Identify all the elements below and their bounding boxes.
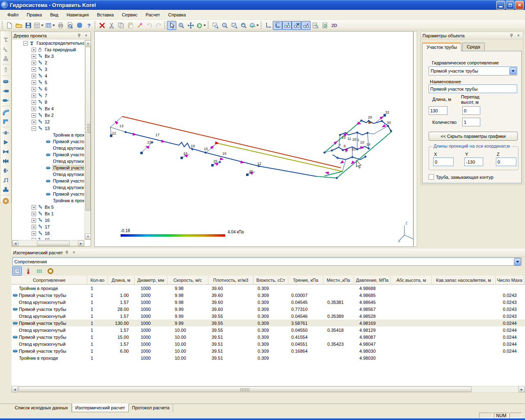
new-document-button[interactable] xyxy=(5,21,14,30)
rotate-view-button[interactable] xyxy=(195,21,207,30)
close-icon[interactable]: × xyxy=(71,250,77,256)
tree-item[interactable]: Тройник в проходе xyxy=(12,197,84,204)
tree-expander[interactable]: + xyxy=(32,48,36,52)
tree-item[interactable]: Прямой участок трубы xyxy=(12,178,84,184)
tree-item[interactable]: +5 xyxy=(12,79,84,86)
column-header[interactable]: Диаметр, мм xyxy=(135,276,167,284)
save-file-button[interactable] xyxy=(23,21,33,30)
menu-edit[interactable]: Правка xyxy=(23,11,46,19)
print-button[interactable] xyxy=(56,21,65,30)
elbow-button[interactable] xyxy=(1,116,11,126)
tree-item[interactable]: +8 xyxy=(12,99,84,105)
column-header[interactable]: Число Маха xyxy=(495,276,524,284)
ring-view-button[interactable] xyxy=(46,267,55,276)
flow-view-button[interactable] xyxy=(34,267,44,276)
open-file-button[interactable] xyxy=(14,21,23,30)
drop-field[interactable] xyxy=(462,106,480,115)
tree-expander[interactable]: + xyxy=(32,212,36,216)
redo-button[interactable] xyxy=(154,21,163,30)
tree-item[interactable]: Прямой участок трубы xyxy=(12,164,84,171)
tree-item[interactable]: +Газ природный xyxy=(12,46,84,53)
table-row[interactable]: Отвод крутоизогнутый11.57100010.0039.510… xyxy=(11,340,525,347)
chevron-down-icon[interactable] xyxy=(52,25,55,26)
tree-expander[interactable]: + xyxy=(32,100,36,105)
tree-expander[interactable]: − xyxy=(32,126,36,131)
tree-item[interactable]: +Вх 4 xyxy=(12,105,84,112)
menu-calculation[interactable]: Расчет xyxy=(142,11,164,19)
tree-expander[interactable]: + xyxy=(32,218,36,223)
scroll-left-icon[interactable]: ◀ xyxy=(12,240,18,246)
refresh-view-button[interactable] xyxy=(320,21,329,30)
column-header[interactable]: Плотность, кг/м3 xyxy=(208,276,253,284)
tree-item[interactable]: +Вх 2 xyxy=(12,112,84,119)
table-row[interactable]: Тройник в проходе110009.9839.600.3094.98… xyxy=(11,285,525,292)
tree-item[interactable]: +Вх 3 xyxy=(12,53,84,59)
chevron-down-icon[interactable] xyxy=(509,67,516,75)
valve-button[interactable] xyxy=(1,147,11,156)
resistance-combo[interactable]: Прямой участок трубы xyxy=(429,66,517,75)
insert-network-button[interactable] xyxy=(1,35,11,44)
table-row[interactable]: Отвод крутоизогнутый11.5710009.9839.600.… xyxy=(11,299,525,306)
table-row[interactable]: Прямой участок трубы1130.0010009.9939.55… xyxy=(11,320,525,326)
pin-icon[interactable] xyxy=(76,33,82,38)
show-dimensions-button[interactable] xyxy=(273,21,282,30)
pipe-outlet-button[interactable] xyxy=(1,96,11,105)
tee-junction-button[interactable] xyxy=(1,185,11,194)
menu-help[interactable]: Справка xyxy=(164,11,190,19)
chevron-down-icon[interactable] xyxy=(514,258,521,265)
temperature-view-button[interactable] xyxy=(23,267,33,276)
tree-item[interactable]: −13 xyxy=(12,125,84,132)
nozzle-button[interactable] xyxy=(1,137,11,147)
close-icon[interactable]: × xyxy=(516,33,521,38)
chevron-down-icon[interactable] xyxy=(41,25,43,26)
tree-expander[interactable]: − xyxy=(23,41,28,46)
column-header[interactable]: Вязкость, сСт xyxy=(253,276,288,284)
tab-calc-protocol[interactable]: Протокол расчета xyxy=(129,404,173,412)
view-3d[interactable]: 1322172318241516251226293230151128110147… xyxy=(94,31,413,247)
menu-file[interactable]: Файл xyxy=(3,11,23,19)
column-header[interactable]: Местн.,кПа xyxy=(323,276,354,284)
paste-button[interactable] xyxy=(126,21,135,30)
results-table-button[interactable] xyxy=(12,267,22,276)
scroll-up-icon[interactable]: ▲ xyxy=(85,40,91,46)
tree-item[interactable]: +12 xyxy=(12,119,84,125)
tree-item[interactable]: Прямой участок трубы xyxy=(12,191,84,197)
menu-service[interactable]: Сервис xyxy=(118,11,142,19)
pin-icon[interactable] xyxy=(509,33,514,38)
table-row[interactable]: Тройник в проходе1100010.0039.510.3094.9… xyxy=(11,354,525,361)
column-header[interactable]: Кол-во xyxy=(87,276,108,284)
zoom-out-button[interactable] xyxy=(220,21,229,30)
menu-navigation[interactable]: Навигация xyxy=(62,11,93,19)
menu-insert[interactable]: Вставка xyxy=(93,11,118,19)
tree-item[interactable]: Отвод крутоизогнутый xyxy=(12,145,84,151)
scroll-left-icon[interactable]: ◀ xyxy=(11,386,18,393)
tree-expander[interactable]: + xyxy=(32,87,36,91)
check-valve-button[interactable] xyxy=(1,156,11,166)
view-splitter[interactable] xyxy=(413,31,417,247)
tree-item[interactable]: Отвод крутоизогнутый xyxy=(12,184,84,191)
column-header[interactable]: Давление, МПа xyxy=(354,276,391,284)
column-header[interactable]: Сопротивление xyxy=(11,276,87,284)
name-field[interactable] xyxy=(429,84,517,93)
table-row[interactable]: Прямой участок трубы128.0010009.9939.600… xyxy=(11,306,525,313)
tree-item[interactable]: Прямой участок трубы xyxy=(12,151,84,158)
zoom-previous-button[interactable] xyxy=(239,21,248,30)
tree-item[interactable]: −Газораспределительная сеть xyxy=(12,40,84,46)
pipe-inlet-button[interactable] xyxy=(1,86,11,96)
show-directions-button[interactable] xyxy=(301,21,310,30)
table-row[interactable]: Отвод крутоизогнутый11.5710009.9939.550.… xyxy=(11,313,525,320)
tree-expander[interactable]: + xyxy=(32,113,36,118)
table-row[interactable]: Прямой участок трубы16.00100010.0039.510… xyxy=(11,347,525,354)
y-field[interactable] xyxy=(464,158,483,166)
tree-expander[interactable]: + xyxy=(32,120,36,124)
tree-item[interactable]: +2 xyxy=(12,59,84,66)
tree-item[interactable]: Прямой участок трубы xyxy=(12,138,84,145)
print-preview-button[interactable] xyxy=(65,21,75,30)
tree-expander[interactable]: + xyxy=(32,231,36,236)
show-fittings-button[interactable] xyxy=(292,21,301,30)
tree-item[interactable]: +17 xyxy=(12,224,84,230)
help-button[interactable]: ? xyxy=(84,21,94,30)
hide-graphics-button[interactable]: << Скрыть параметры графики xyxy=(429,132,518,141)
table-hscrollbar[interactable]: ◀ ▶ xyxy=(11,386,525,393)
zoom-window-button[interactable] xyxy=(210,21,220,30)
